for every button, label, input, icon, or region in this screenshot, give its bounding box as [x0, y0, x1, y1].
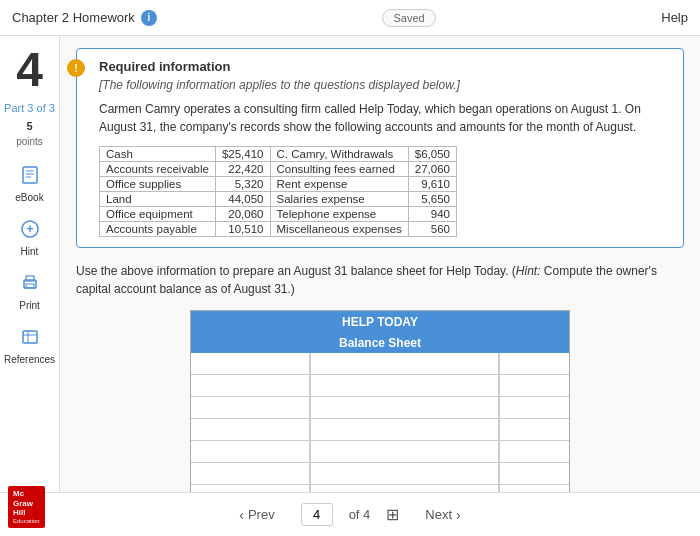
acct-amount: 10,510 — [215, 222, 270, 237]
bs-row-4 — [191, 419, 569, 441]
part-label: Part 3 of 3 — [4, 102, 55, 114]
bs-input-5a[interactable] — [310, 441, 380, 462]
mcgraw-hill-logo: Mc Graw Hill Education — [8, 486, 45, 528]
acct-amount2: 560 — [408, 222, 456, 237]
bs-label-7 — [191, 485, 310, 492]
bs-input-3a[interactable] — [310, 397, 380, 418]
content-area: ! Required information [The following in… — [60, 36, 700, 492]
page-number-input[interactable] — [301, 503, 333, 526]
acct-amount: 20,060 — [215, 207, 270, 222]
acct-amount2: $6,050 — [408, 147, 456, 162]
table-row: Accounts receivable 22,420 Consulting fe… — [100, 162, 457, 177]
acct-amount2: 27,060 — [408, 162, 456, 177]
acct-label2: Consulting fees earned — [270, 162, 408, 177]
table-row: Accounts payable 10,510 Miscellaneous ex… — [100, 222, 457, 237]
question-number: 4 — [16, 46, 43, 94]
bs-input-2b[interactable] — [499, 375, 569, 396]
acct-amount: 5,320 — [215, 177, 270, 192]
table-row: Land 44,050 Salaries expense 5,650 — [100, 192, 457, 207]
hint-icon: + — [20, 219, 40, 244]
table-row: Office equipment 20,060 Telephone expens… — [100, 207, 457, 222]
help-button[interactable]: Help — [661, 10, 688, 25]
table-row: Office supplies 5,320 Rent expense 9,610 — [100, 177, 457, 192]
bs-input-4a[interactable] — [310, 419, 380, 440]
acct-amount2: 5,650 — [408, 192, 456, 207]
acct-label2: Telephone expense — [270, 207, 408, 222]
acct-label2: Salaries expense — [270, 192, 408, 207]
bs-label-r1 — [380, 353, 499, 374]
bs-input-5b[interactable] — [499, 441, 569, 462]
table-row: Cash $25,410 C. Camry, Withdrawals $6,05… — [100, 147, 457, 162]
bs-label-r5 — [380, 441, 499, 462]
bs-row-5 — [191, 441, 569, 463]
accounts-table: Cash $25,410 C. Camry, Withdrawals $6,05… — [99, 146, 457, 237]
next-button[interactable]: Next › — [415, 501, 470, 529]
sidebar-item-print[interactable]: Print — [3, 267, 57, 317]
grid-icon[interactable]: ⊞ — [386, 505, 399, 524]
bs-label-4 — [191, 419, 310, 440]
svg-rect-9 — [23, 331, 37, 343]
bs-input-7a[interactable] — [310, 485, 380, 492]
acct-label: Land — [100, 192, 216, 207]
top-bar-left: Chapter 2 Homework i — [12, 10, 157, 26]
required-body: Carmen Camry operates a consulting firm … — [99, 100, 669, 136]
sidebar-item-ebook[interactable]: eBook — [3, 159, 57, 209]
acct-amount: $25,410 — [215, 147, 270, 162]
references-icon — [20, 327, 40, 352]
bs-company-name: HELP TODAY — [191, 311, 569, 333]
print-label: Print — [19, 300, 40, 311]
hint-label: Hint — [21, 246, 39, 257]
bs-input-3b[interactable] — [499, 397, 569, 418]
bs-input-7b[interactable] — [499, 485, 569, 492]
ebook-label: eBook — [15, 192, 43, 203]
bs-label-r4 — [380, 419, 499, 440]
bs-label-5 — [191, 441, 310, 462]
bs-label-r2 — [380, 375, 499, 396]
logo-line3: Hill — [13, 508, 40, 518]
required-icon: ! — [67, 59, 85, 77]
page-title: Chapter 2 Homework — [12, 10, 135, 25]
acct-amount: 22,420 — [215, 162, 270, 177]
svg-rect-0 — [23, 167, 37, 183]
bs-input-2a[interactable] — [310, 375, 380, 396]
next-arrow-icon: › — [456, 507, 461, 523]
ebook-icon — [20, 165, 40, 190]
bs-row-6 — [191, 463, 569, 485]
bs-input-6b[interactable] — [499, 463, 569, 484]
print-icon — [20, 273, 40, 298]
prev-arrow-icon: ‹ — [239, 507, 244, 523]
acct-label: Office equipment — [100, 207, 216, 222]
bs-label-6 — [191, 463, 310, 484]
acct-label2: C. Camry, Withdrawals — [270, 147, 408, 162]
acct-label: Office supplies — [100, 177, 216, 192]
acct-label: Cash — [100, 147, 216, 162]
points-label: 5 — [26, 120, 32, 132]
logo-line4: Education — [13, 518, 40, 525]
bs-row-7 — [191, 485, 569, 492]
sidebar-item-hint[interactable]: + Hint — [3, 213, 57, 263]
bs-input-4b[interactable] — [499, 419, 569, 440]
bs-row-1 — [191, 353, 569, 375]
sidebar-item-references[interactable]: References — [3, 321, 57, 371]
sidebar: 4 Part 3 of 3 5 points eBook + Hint Prin… — [0, 36, 60, 492]
acct-label2: Miscellaneous expenses — [270, 222, 408, 237]
prev-label: Prev — [248, 507, 275, 522]
footer: ‹ Prev of 4 ⊞ Next › — [0, 492, 700, 536]
prev-button[interactable]: ‹ Prev — [229, 501, 284, 529]
acct-label: Accounts payable — [100, 222, 216, 237]
bs-input-6a[interactable] — [310, 463, 380, 484]
points-sub: points — [16, 136, 43, 147]
top-bar: Chapter 2 Homework i Saved Help — [0, 0, 700, 36]
logo-line1: Mc — [13, 489, 40, 499]
instruction-text: Use the above information to prepare an … — [76, 262, 684, 298]
bs-input-1b[interactable] — [499, 353, 569, 374]
bs-input-1a[interactable] — [310, 353, 380, 374]
references-label: References — [4, 354, 55, 365]
bs-label-3 — [191, 397, 310, 418]
svg-text:+: + — [26, 222, 33, 236]
logo-line2: Graw — [13, 499, 40, 509]
bs-label-1 — [191, 353, 310, 374]
info-icon[interactable]: i — [141, 10, 157, 26]
bs-row-3 — [191, 397, 569, 419]
acct-amount2: 9,610 — [408, 177, 456, 192]
